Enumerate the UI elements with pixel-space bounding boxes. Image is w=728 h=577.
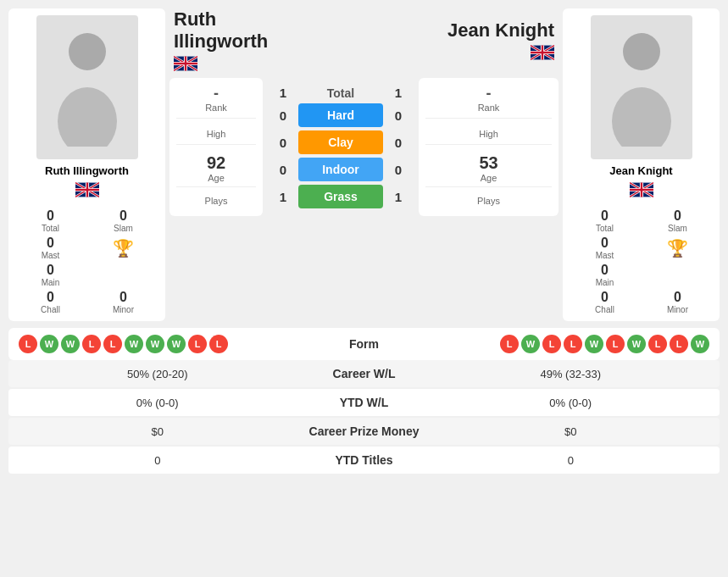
left-high-label: High	[176, 129, 256, 139]
right-total-cell: 0 Total	[570, 208, 640, 233]
clay-btn[interactable]: Clay	[298, 130, 383, 154]
left-main-cell: 0 Main	[15, 263, 86, 287]
ytd-wl-right: 0% (0-0)	[432, 397, 710, 409]
right-age-block: 53 Age	[425, 150, 552, 187]
total-left-count: 1	[275, 86, 292, 100]
top-section: Ruth Illingworth 0 Total 0	[8, 8, 720, 321]
left-stats-grid: 0 Total 0 Slam 0 Mast 🏆 0 Main	[15, 208, 158, 314]
left-trophy-icon: 🏆	[113, 238, 134, 258]
surface-row-total: 1 Total 1	[267, 86, 414, 100]
ytd-titles-row: 0 YTD Titles 0	[8, 447, 720, 474]
right-main-cell: 0 Main	[570, 263, 640, 287]
form-badge-l: L	[19, 335, 37, 353]
form-badge-w: W	[125, 335, 143, 353]
ytd-wl-left: 0% (0-0)	[19, 397, 297, 409]
left-trophy-cell: 🏆	[88, 236, 158, 260]
right-mast-value: 0	[570, 236, 640, 251]
hard-btn[interactable]: Hard	[298, 103, 383, 127]
left-flag	[75, 182, 99, 200]
total-label[interactable]: Total	[298, 86, 383, 100]
left-total-cell: 0 Total	[15, 208, 86, 233]
left-name-header2: Illingworth	[174, 31, 268, 53]
left-minor-label: Minor	[88, 305, 158, 314]
left-plays-label: Plays	[176, 196, 256, 206]
right-minor-label: Minor	[642, 305, 713, 314]
left-minor-value: 0	[88, 290, 158, 305]
left-chall-label: Chall	[15, 305, 86, 314]
form-section: LWWLLWWWLL Form LWLLWLWLLW	[8, 328, 720, 360]
left-slam-cell: 0 Slam	[88, 208, 158, 233]
left-rank-block: - Rank	[176, 85, 256, 119]
right-rank-value: -	[425, 85, 552, 103]
right-slam-cell: 0 Slam	[642, 208, 713, 233]
left-player-card: Ruth Illingworth 0 Total 0	[8, 8, 165, 321]
left-minor-cell: 0 Minor	[88, 290, 158, 314]
right-form-badges: LWLLWLWLLW	[407, 335, 710, 353]
ytd-wl-label: YTD W/L	[297, 396, 432, 409]
career-wl-row: 50% (20-20) Career W/L 49% (32-33)	[8, 360, 720, 387]
form-badge-l: L	[209, 335, 228, 353]
right-mast-label: Mast	[570, 251, 640, 260]
svg-point-5	[623, 33, 660, 70]
career-prize-row: $0 Career Prize Money $0	[8, 418, 720, 445]
stats-rows: 50% (20-20) Career W/L 49% (32-33) 0% (0…	[8, 360, 720, 474]
hard-left-count: 0	[275, 108, 292, 123]
left-main-value: 0	[15, 263, 86, 278]
right-age-value: 53	[425, 153, 552, 173]
left-rank-card: - Rank High 92 Age Plays	[169, 78, 263, 216]
indoor-right-count: 0	[390, 163, 407, 177]
right-chall-cell: 0 Chall	[570, 290, 640, 314]
form-badge-w: W	[521, 335, 540, 353]
right-high-block: High	[425, 124, 552, 145]
right-chall-value: 0	[570, 290, 640, 305]
career-prize-right: $0	[432, 425, 710, 438]
right-player-name: Jean Knight	[609, 164, 672, 177]
left-form-badges: LWWLLWWWLL	[19, 335, 322, 353]
left-player-avatar	[36, 15, 138, 159]
left-mast-label: Mast	[15, 251, 86, 260]
left-total-value: 0	[15, 208, 86, 224]
right-minor-cell: 0 Minor	[642, 290, 713, 314]
form-badge-l: L	[82, 335, 101, 353]
grass-left-count: 1	[275, 190, 292, 204]
career-wl-label: Career W/L	[297, 367, 432, 380]
right-rank-block: - Rank	[425, 85, 552, 119]
indoor-btn[interactable]: Indoor	[298, 158, 383, 181]
ytd-titles-right: 0	[432, 454, 710, 467]
form-badge-w: W	[61, 335, 80, 353]
form-badge-l: L	[188, 335, 207, 353]
left-player-name: Ruth Illingworth	[45, 164, 129, 177]
career-wl-right: 49% (32-33)	[432, 368, 710, 380]
grass-btn[interactable]: Grass	[298, 185, 383, 208]
left-rank-value: -	[176, 85, 256, 103]
form-badge-l: L	[564, 335, 582, 353]
right-stats-grid: 0 Total 0 Slam 0 Mast 🏆 0 Main	[570, 208, 713, 314]
right-rank-card: - Rank High 53 Age Plays	[419, 78, 559, 216]
form-badge-l: L	[670, 335, 688, 353]
left-mast-value: 0	[15, 236, 86, 251]
clay-right-count: 0	[390, 136, 407, 150]
career-prize-label: Career Prize Money	[297, 424, 432, 438]
left-slam-label: Slam	[88, 224, 158, 233]
right-slam-value: 0	[642, 208, 713, 224]
ytd-titles-left: 0	[19, 454, 297, 467]
form-badge-l: L	[648, 335, 667, 353]
right-total-label: Total	[570, 224, 640, 233]
right-name-header-block: Jean Knight	[447, 19, 554, 63]
hard-right-count: 0	[390, 108, 407, 123]
form-badge-l: L	[500, 335, 519, 353]
right-rank-label: Rank	[425, 103, 552, 113]
left-age-label: Age	[176, 173, 256, 183]
form-badge-w: W	[146, 335, 164, 353]
form-badge-w: W	[691, 335, 709, 353]
right-flag	[630, 182, 653, 200]
right-high-label: High	[425, 129, 552, 139]
form-badge-w: W	[40, 335, 58, 353]
right-player-avatar	[591, 15, 692, 159]
total-right-count: 1	[390, 86, 407, 100]
left-plays-block: Plays	[176, 192, 256, 209]
svg-point-0	[69, 33, 106, 70]
match-stats-container: - Rank High 92 Age Plays	[169, 78, 559, 216]
left-chall-cell: 0 Chall	[15, 290, 86, 314]
ytd-titles-label: YTD Titles	[297, 453, 432, 467]
